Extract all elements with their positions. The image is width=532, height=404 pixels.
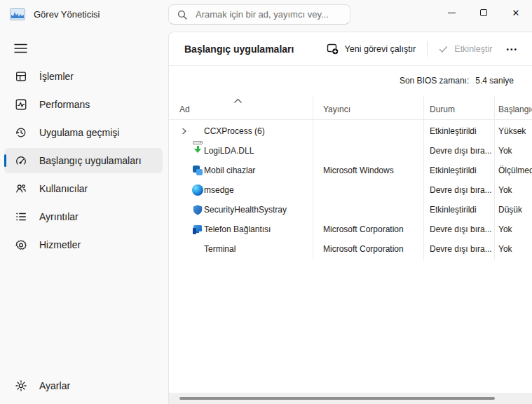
toolbar-actions: Yeni görevi çalıştır Etkinleştir ••• bbox=[320, 32, 525, 66]
sidebar-item-app-history[interactable]: Uygulama geçmişi bbox=[4, 120, 163, 145]
last-bios-time: Son BIOS zamanı: 5.4 saniye bbox=[400, 76, 514, 86]
column-header-publisher[interactable]: Yayıncı bbox=[323, 105, 350, 114]
column-header-startup-impact[interactable]: Başlangıç bbox=[498, 105, 532, 114]
sidebar-item-users[interactable]: Kullanıcılar bbox=[4, 176, 163, 201]
cell-status: Etkinleştirildi bbox=[430, 200, 477, 220]
sidebar-item-details[interactable]: Ayrıntılar bbox=[4, 204, 163, 229]
cell-status: Devre dışı bıra... bbox=[430, 141, 492, 161]
security-shield-icon bbox=[192, 204, 203, 215]
cell-publisher: Microsoft Windows bbox=[323, 161, 394, 180]
processes-icon bbox=[14, 69, 28, 83]
enable-button[interactable]: Etkinleştir bbox=[432, 39, 499, 59]
table-header: Ad Yayıncı Durum Başlangıç bbox=[169, 95, 532, 120]
last-bios-label: Son BIOS zamanı: bbox=[400, 76, 469, 86]
sidebar-item-processes[interactable]: İşlemler bbox=[4, 64, 163, 89]
hamburger-icon bbox=[14, 43, 27, 53]
cell-name: Terminal bbox=[204, 239, 236, 259]
run-new-task-label: Yeni görevi çalıştır bbox=[345, 44, 416, 54]
sort-ascending-icon bbox=[233, 98, 243, 104]
table-row-msedge[interactable]: msedge Devre dışı bıra... Yok bbox=[169, 180, 532, 200]
cell-status: Devre dışı bıra... bbox=[430, 220, 492, 239]
cell-status: Devre dışı bıra... bbox=[430, 239, 492, 259]
horizontal-scrollbar[interactable] bbox=[169, 393, 532, 404]
search-box[interactable] bbox=[168, 4, 350, 25]
cell-status: Etkinleştirildi bbox=[430, 121, 477, 141]
sidebar-item-label: Ayarlar bbox=[39, 380, 70, 391]
page-title: Başlangıç uygulamaları bbox=[184, 32, 294, 66]
cell-name: msedge bbox=[204, 180, 234, 200]
minimize-icon bbox=[448, 13, 456, 13]
horizontal-scrollbar-thumb[interactable] bbox=[179, 397, 495, 400]
search-input[interactable] bbox=[196, 9, 343, 20]
toolbar: Başlangıç uygulamaları Yeni görevi çalış… bbox=[169, 32, 532, 66]
users-icon bbox=[14, 182, 28, 196]
toolbar-divider bbox=[427, 41, 428, 57]
cell-name: LogiLDA.DLL bbox=[204, 141, 254, 161]
checkmark-icon bbox=[439, 46, 448, 53]
cell-status: Etkinleştirildi bbox=[430, 161, 477, 180]
more-options-button[interactable]: ••• bbox=[499, 41, 525, 58]
sidebar-nav: İşlemler Performans Uygulama geçmişi bbox=[4, 64, 163, 260]
sidebar-item-settings[interactable]: Ayarlar bbox=[4, 373, 163, 398]
table-row-security-systray[interactable]: SecurityHealthSystray Etkinleştirildi Dü… bbox=[169, 200, 532, 220]
sidebar-item-label: Başlangıç uygulamaları bbox=[39, 155, 142, 166]
cell-publisher: Microsoft Corporation bbox=[323, 239, 404, 259]
cell-startup-impact: Ölçülmedi bbox=[498, 161, 532, 180]
sidebar-item-label: Kullanıcılar bbox=[39, 183, 88, 194]
sidebar-item-performance[interactable]: Performans bbox=[4, 92, 163, 117]
cell-startup-impact: Yüksek bbox=[498, 121, 526, 141]
cell-name: SecurityHealthSystray bbox=[204, 200, 287, 220]
sidebar-item-services[interactable]: Hizmetler bbox=[4, 232, 163, 257]
column-header-name[interactable]: Ad bbox=[179, 105, 190, 114]
column-header-status[interactable]: Durum bbox=[430, 105, 455, 114]
minimize-button[interactable] bbox=[435, 0, 468, 25]
new-task-icon bbox=[327, 43, 339, 55]
sidebar-item-label: Ayrıntılar bbox=[39, 211, 79, 222]
maximize-icon bbox=[480, 9, 487, 16]
close-button[interactable]: ✕ bbox=[500, 0, 532, 25]
sidebar-item-startup-apps[interactable]: Başlangıç uygulamaları bbox=[4, 148, 163, 173]
sidebar-item-label: Hizmetler bbox=[39, 239, 81, 250]
sidebar-item-label: Performans bbox=[39, 99, 90, 110]
cell-startup-impact: Yok bbox=[498, 180, 512, 200]
app-title: Görev Yöneticisi bbox=[34, 9, 100, 20]
cell-name: Mobil cihazlar bbox=[204, 161, 255, 180]
task-manager-window: Görev Yöneticisi ✕ bbox=[0, 0, 532, 404]
performance-icon bbox=[14, 97, 28, 112]
window-controls: ✕ bbox=[435, 0, 532, 27]
table-row-ccxprocess[interactable]: CCXProcess (6) Etkinleştirildi Yüksek bbox=[169, 121, 532, 141]
titlebar: Görev Yöneticisi ✕ bbox=[0, 0, 532, 32]
services-icon bbox=[14, 238, 28, 252]
cell-startup-impact: Yok bbox=[498, 220, 512, 239]
navigation-menu-button[interactable] bbox=[8, 37, 33, 60]
close-icon: ✕ bbox=[512, 8, 520, 18]
run-new-task-button[interactable]: Yeni görevi çalıştır bbox=[320, 39, 423, 60]
sidebar-bottom: Ayarlar bbox=[4, 373, 163, 401]
sidebar: İşlemler Performans Uygulama geçmişi bbox=[0, 32, 168, 404]
settings-gear-icon bbox=[14, 379, 28, 393]
cell-startup-impact: Yok bbox=[498, 141, 512, 161]
cell-name: CCXProcess (6) bbox=[204, 121, 265, 141]
last-bios-value: 5.4 saniye bbox=[475, 76, 514, 86]
table-row-phone-link[interactable]: Telefon Bağlantısı Microsoft Corporation… bbox=[169, 220, 532, 239]
maximize-button[interactable] bbox=[468, 0, 500, 25]
cell-publisher: Microsoft Corporation bbox=[323, 220, 404, 239]
sidebar-item-label: Uygulama geçmişi bbox=[39, 127, 119, 138]
table-row-terminal[interactable]: Terminal Microsoft Corporation Devre dış… bbox=[169, 239, 532, 259]
enable-label: Etkinleştir bbox=[454, 44, 492, 54]
details-icon bbox=[14, 210, 28, 224]
startup-icon bbox=[14, 154, 28, 168]
cell-startup-impact: Yok bbox=[498, 239, 512, 259]
cell-status: Devre dışı bıra... bbox=[430, 180, 492, 200]
table-row-logilda[interactable]: LogiLDA.DLL Devre dışı bıra... Yok bbox=[169, 141, 532, 161]
search-icon bbox=[177, 10, 187, 20]
cell-startup-impact: Düşük bbox=[498, 200, 522, 220]
expand-chevron-icon[interactable] bbox=[179, 126, 190, 137]
sidebar-item-label: İşlemler bbox=[39, 71, 74, 82]
app-history-icon bbox=[14, 126, 28, 140]
table-row-mobile-devices[interactable]: Mobil cihazlar Microsoft Windows Etkinle… bbox=[169, 161, 532, 180]
edge-icon bbox=[192, 184, 203, 196]
main-panel: Başlangıç uygulamaları Yeni görevi çalış… bbox=[168, 32, 532, 404]
cell-name: Telefon Bağlantısı bbox=[204, 220, 271, 239]
task-manager-logo-icon bbox=[10, 8, 25, 20]
